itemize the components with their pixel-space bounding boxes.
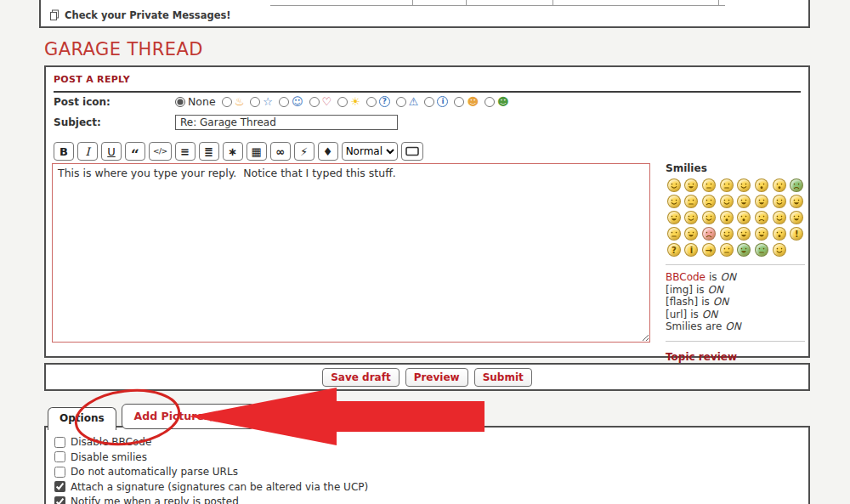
tab-add-pictures-files[interactable]: Add Pictures/Files — [122, 404, 255, 429]
info-icon: i — [437, 96, 448, 107]
image-button[interactable]: ▦ — [246, 142, 267, 161]
post-icon-option[interactable]: ⚠ — [396, 96, 419, 107]
code-button[interactable]: </> — [149, 142, 172, 161]
post-icon-option[interactable]: ☀ — [337, 96, 360, 107]
post-icon-radio[interactable] — [454, 97, 464, 107]
smiley-thumbs-up[interactable] — [720, 195, 734, 208]
smiley-geek[interactable] — [773, 195, 786, 208]
check-private-messages-link[interactable]: Check your Private Messages! — [49, 9, 231, 21]
post-icon-option[interactable]: ☻ — [454, 96, 479, 107]
smiley-grin[interactable] — [737, 195, 751, 208]
smiley-angel[interactable] — [667, 178, 681, 192]
font-colour-button[interactable]: ♦ — [318, 142, 338, 161]
subject-input[interactable] — [175, 115, 398, 130]
post-icon-none-radio[interactable] — [175, 97, 185, 107]
smiley-think[interactable] — [720, 178, 734, 192]
post-icon-radio[interactable] — [309, 97, 320, 107]
smiley-shh[interactable] — [667, 195, 681, 208]
smiley-razz[interactable] — [684, 227, 698, 241]
list-item-button[interactable]: ∗ — [223, 142, 243, 161]
save-draft-button[interactable]: Save draft — [322, 368, 399, 387]
option-row[interactable]: Disable BBCode — [54, 436, 800, 448]
bold-button[interactable]: B — [54, 142, 74, 161]
fullscreen-editor-button[interactable] — [401, 142, 423, 161]
italic-button[interactable]: I — [77, 142, 98, 161]
post-icon-radio[interactable] — [279, 97, 289, 107]
smiley-mrgreen[interactable] — [737, 243, 751, 257]
smiley-wink[interactable] — [684, 211, 698, 224]
smiley-neutral2[interactable] — [720, 243, 734, 257]
message-textarea[interactable]: This is where you type your reply. Notic… — [52, 163, 650, 343]
option-row[interactable]: Do not automatically parse URLs — [54, 466, 800, 478]
smiley-lol[interactable] — [684, 178, 698, 192]
smiley-laugh[interactable] — [790, 195, 803, 208]
preview-button[interactable]: Preview — [405, 368, 468, 387]
option-label: Disable BBCode — [71, 436, 151, 448]
smiley-mad[interactable] — [702, 227, 716, 241]
option-row[interactable]: Disable smilies — [54, 451, 800, 463]
tab-options[interactable]: Options — [48, 407, 116, 430]
smiley-smirk[interactable] — [684, 195, 698, 208]
smiley-arrow[interactable]: → — [702, 243, 716, 257]
smiley-confused[interactable] — [755, 211, 768, 224]
smiley-wave[interactable] — [755, 195, 768, 208]
post-icon-option[interactable]: ? — [366, 96, 390, 107]
smiley-sick[interactable] — [790, 178, 803, 192]
post-icon-radio[interactable] — [366, 97, 377, 107]
smiley-smile[interactable] — [702, 211, 716, 224]
post-icon-radio[interactable] — [222, 97, 232, 107]
smiley-stare[interactable] — [737, 211, 751, 224]
smilies-panel: Smilies — [666, 162, 805, 363]
smiley-ugeek[interactable] — [773, 243, 786, 257]
option-checkbox[interactable] — [54, 467, 65, 478]
quote-button[interactable]: “ — [125, 142, 145, 161]
option-row[interactable]: Notify me when a reply is posted — [54, 496, 800, 504]
smiley-biggrin[interactable] — [667, 211, 681, 224]
option-label: Do not automatically parse URLs — [71, 466, 238, 478]
smiley-rolleyes2[interactable] — [773, 227, 786, 241]
smiley-twisted[interactable] — [737, 227, 751, 241]
smiley-redface[interactable] — [720, 227, 734, 241]
smiley-question[interactable]: ? — [667, 243, 681, 257]
smiley-shock[interactable] — [773, 178, 786, 192]
submit-button[interactable]: Submit — [474, 368, 532, 387]
ordered-list-button[interactable]: ≣ — [199, 142, 219, 161]
post-icon-radio[interactable] — [484, 97, 495, 107]
smiley-lol2[interactable] — [790, 211, 803, 224]
option-checkbox[interactable] — [54, 437, 65, 448]
font-size-select[interactable]: Normal — [342, 142, 398, 161]
flash-button[interactable]: ⚡ — [294, 142, 314, 161]
post-icon-radio[interactable] — [250, 97, 260, 107]
smiley-exclaim[interactable]: ! — [790, 227, 803, 241]
link-button[interactable]: ∞ — [270, 142, 291, 161]
post-icon-option[interactable]: ☺ — [279, 96, 303, 107]
topic-review-link[interactable]: Topic review — [666, 351, 805, 363]
smiley-whistle[interactable] — [755, 178, 768, 192]
list-button[interactable]: ≡ — [175, 142, 196, 161]
bbcode-status-line: [img] is ON — [666, 284, 805, 297]
post-icon-option[interactable]: ☻ — [484, 96, 509, 107]
option-checkbox[interactable] — [54, 451, 65, 462]
post-icon-radio[interactable] — [424, 97, 434, 107]
smiley-sideeye[interactable] — [737, 178, 751, 192]
smiley-cry[interactable] — [702, 195, 716, 208]
post-icon-radio[interactable] — [337, 97, 348, 107]
option-checkbox[interactable] — [54, 481, 65, 492]
smiley-eek[interactable] — [720, 211, 734, 224]
smiley-evil[interactable] — [755, 227, 768, 241]
smiley-idea[interactable]: i — [684, 243, 698, 257]
smiley-rolleyes[interactable] — [702, 178, 716, 192]
smiley-cool[interactable] — [773, 211, 786, 224]
post-icon-option[interactable]: ♨ — [222, 96, 245, 107]
post-icon-label: Post icon: — [54, 96, 175, 108]
option-checkbox[interactable] — [54, 496, 65, 504]
post-icon-option[interactable]: i — [424, 96, 448, 107]
post-icon-radio[interactable] — [396, 97, 406, 107]
post-icon-option[interactable]: ☆ — [250, 96, 273, 107]
post-icon-none-option[interactable]: None — [175, 95, 216, 108]
smiley-borg[interactable] — [755, 243, 768, 257]
post-icon-option[interactable]: ♡ — [309, 96, 332, 107]
option-row[interactable]: Attach a signature (signatures can be al… — [54, 481, 800, 493]
smiley-neutral[interactable] — [667, 227, 681, 241]
underline-button[interactable]: U — [101, 142, 122, 161]
